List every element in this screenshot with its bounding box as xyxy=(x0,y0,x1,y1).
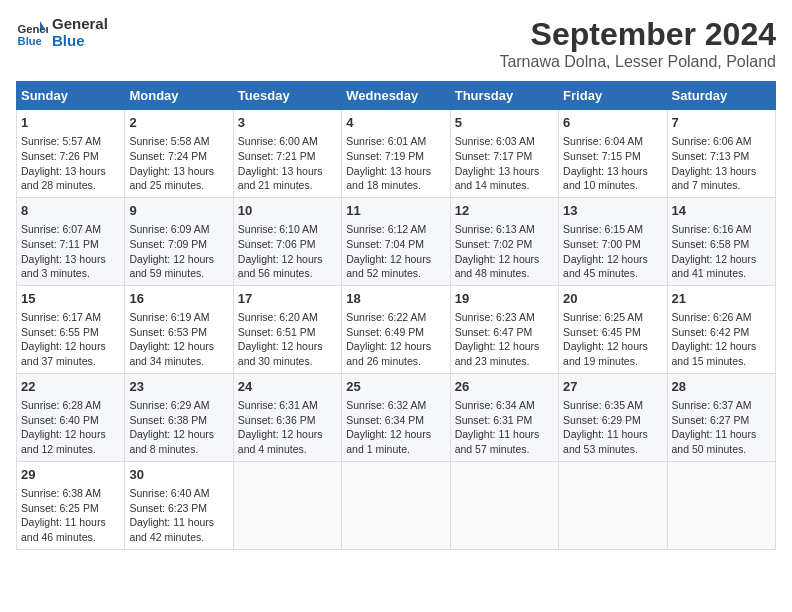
calendar-cell: 2Sunrise: 5:58 AMSunset: 7:24 PMDaylight… xyxy=(125,110,233,198)
day-number: 18 xyxy=(346,290,445,308)
calendar-week-row: 29Sunrise: 6:38 AMSunset: 6:25 PMDayligh… xyxy=(17,461,776,549)
calendar-cell: 25Sunrise: 6:32 AMSunset: 6:34 PMDayligh… xyxy=(342,373,450,461)
day-number: 28 xyxy=(672,378,771,396)
calendar-cell: 15Sunrise: 6:17 AMSunset: 6:55 PMDayligh… xyxy=(17,285,125,373)
calendar-cell: 16Sunrise: 6:19 AMSunset: 6:53 PMDayligh… xyxy=(125,285,233,373)
calendar-cell: 22Sunrise: 6:28 AMSunset: 6:40 PMDayligh… xyxy=(17,373,125,461)
calendar-cell: 24Sunrise: 6:31 AMSunset: 6:36 PMDayligh… xyxy=(233,373,341,461)
weekday-header-tuesday: Tuesday xyxy=(233,82,341,110)
day-number: 5 xyxy=(455,114,554,132)
calendar-cell: 29Sunrise: 6:38 AMSunset: 6:25 PMDayligh… xyxy=(17,461,125,549)
calendar-cell xyxy=(559,461,667,549)
day-number: 30 xyxy=(129,466,228,484)
calendar-cell: 14Sunrise: 6:16 AMSunset: 6:58 PMDayligh… xyxy=(667,197,775,285)
day-number: 24 xyxy=(238,378,337,396)
day-info: Sunrise: 6:28 AMSunset: 6:40 PMDaylight:… xyxy=(21,398,120,457)
day-info: Sunrise: 6:37 AMSunset: 6:27 PMDaylight:… xyxy=(672,398,771,457)
calendar-cell: 27Sunrise: 6:35 AMSunset: 6:29 PMDayligh… xyxy=(559,373,667,461)
weekday-header-monday: Monday xyxy=(125,82,233,110)
day-number: 15 xyxy=(21,290,120,308)
day-number: 25 xyxy=(346,378,445,396)
calendar-cell: 4Sunrise: 6:01 AMSunset: 7:19 PMDaylight… xyxy=(342,110,450,198)
day-number: 1 xyxy=(21,114,120,132)
day-info: Sunrise: 5:57 AMSunset: 7:26 PMDaylight:… xyxy=(21,134,120,193)
calendar-week-row: 1Sunrise: 5:57 AMSunset: 7:26 PMDaylight… xyxy=(17,110,776,198)
calendar-cell xyxy=(667,461,775,549)
calendar-cell: 10Sunrise: 6:10 AMSunset: 7:06 PMDayligh… xyxy=(233,197,341,285)
day-number: 21 xyxy=(672,290,771,308)
calendar-cell: 21Sunrise: 6:26 AMSunset: 6:42 PMDayligh… xyxy=(667,285,775,373)
day-info: Sunrise: 6:06 AMSunset: 7:13 PMDaylight:… xyxy=(672,134,771,193)
day-info: Sunrise: 6:19 AMSunset: 6:53 PMDaylight:… xyxy=(129,310,228,369)
header: General Blue General Blue September 2024… xyxy=(16,16,776,71)
day-number: 8 xyxy=(21,202,120,220)
day-number: 20 xyxy=(563,290,662,308)
day-number: 4 xyxy=(346,114,445,132)
day-number: 14 xyxy=(672,202,771,220)
calendar-cell: 12Sunrise: 6:13 AMSunset: 7:02 PMDayligh… xyxy=(450,197,558,285)
weekday-header-thursday: Thursday xyxy=(450,82,558,110)
weekday-header-sunday: Sunday xyxy=(17,82,125,110)
day-number: 22 xyxy=(21,378,120,396)
calendar-cell: 13Sunrise: 6:15 AMSunset: 7:00 PMDayligh… xyxy=(559,197,667,285)
day-number: 12 xyxy=(455,202,554,220)
day-number: 13 xyxy=(563,202,662,220)
day-number: 11 xyxy=(346,202,445,220)
day-info: Sunrise: 6:10 AMSunset: 7:06 PMDaylight:… xyxy=(238,222,337,281)
calendar-subtitle: Tarnawa Dolna, Lesser Poland, Poland xyxy=(499,53,776,71)
day-number: 23 xyxy=(129,378,228,396)
day-info: Sunrise: 6:07 AMSunset: 7:11 PMDaylight:… xyxy=(21,222,120,281)
calendar-cell xyxy=(450,461,558,549)
calendar-cell: 5Sunrise: 6:03 AMSunset: 7:17 PMDaylight… xyxy=(450,110,558,198)
calendar-cell: 26Sunrise: 6:34 AMSunset: 6:31 PMDayligh… xyxy=(450,373,558,461)
day-info: Sunrise: 6:32 AMSunset: 6:34 PMDaylight:… xyxy=(346,398,445,457)
day-info: Sunrise: 6:16 AMSunset: 6:58 PMDaylight:… xyxy=(672,222,771,281)
calendar-cell: 11Sunrise: 6:12 AMSunset: 7:04 PMDayligh… xyxy=(342,197,450,285)
day-number: 6 xyxy=(563,114,662,132)
day-info: Sunrise: 5:58 AMSunset: 7:24 PMDaylight:… xyxy=(129,134,228,193)
title-area: September 2024 Tarnawa Dolna, Lesser Pol… xyxy=(499,16,776,71)
day-number: 7 xyxy=(672,114,771,132)
day-number: 26 xyxy=(455,378,554,396)
calendar-cell: 7Sunrise: 6:06 AMSunset: 7:13 PMDaylight… xyxy=(667,110,775,198)
calendar-cell: 28Sunrise: 6:37 AMSunset: 6:27 PMDayligh… xyxy=(667,373,775,461)
day-number: 10 xyxy=(238,202,337,220)
day-number: 3 xyxy=(238,114,337,132)
calendar-cell: 6Sunrise: 6:04 AMSunset: 7:15 PMDaylight… xyxy=(559,110,667,198)
weekday-header-friday: Friday xyxy=(559,82,667,110)
calendar-cell xyxy=(342,461,450,549)
logo-icon: General Blue xyxy=(16,17,48,49)
day-info: Sunrise: 6:29 AMSunset: 6:38 PMDaylight:… xyxy=(129,398,228,457)
day-info: Sunrise: 6:34 AMSunset: 6:31 PMDaylight:… xyxy=(455,398,554,457)
day-info: Sunrise: 6:20 AMSunset: 6:51 PMDaylight:… xyxy=(238,310,337,369)
day-info: Sunrise: 6:12 AMSunset: 7:04 PMDaylight:… xyxy=(346,222,445,281)
calendar-title: September 2024 xyxy=(499,16,776,53)
day-number: 9 xyxy=(129,202,228,220)
day-info: Sunrise: 6:09 AMSunset: 7:09 PMDaylight:… xyxy=(129,222,228,281)
day-number: 19 xyxy=(455,290,554,308)
logo-line2: Blue xyxy=(52,33,108,50)
day-info: Sunrise: 6:31 AMSunset: 6:36 PMDaylight:… xyxy=(238,398,337,457)
day-number: 29 xyxy=(21,466,120,484)
calendar-cell xyxy=(233,461,341,549)
calendar-week-row: 22Sunrise: 6:28 AMSunset: 6:40 PMDayligh… xyxy=(17,373,776,461)
day-info: Sunrise: 6:04 AMSunset: 7:15 PMDaylight:… xyxy=(563,134,662,193)
day-info: Sunrise: 6:13 AMSunset: 7:02 PMDaylight:… xyxy=(455,222,554,281)
day-info: Sunrise: 6:25 AMSunset: 6:45 PMDaylight:… xyxy=(563,310,662,369)
day-info: Sunrise: 6:23 AMSunset: 6:47 PMDaylight:… xyxy=(455,310,554,369)
weekday-header-wednesday: Wednesday xyxy=(342,82,450,110)
calendar-week-row: 15Sunrise: 6:17 AMSunset: 6:55 PMDayligh… xyxy=(17,285,776,373)
day-number: 2 xyxy=(129,114,228,132)
calendar-cell: 3Sunrise: 6:00 AMSunset: 7:21 PMDaylight… xyxy=(233,110,341,198)
weekday-header-row: SundayMondayTuesdayWednesdayThursdayFrid… xyxy=(17,82,776,110)
calendar-cell: 30Sunrise: 6:40 AMSunset: 6:23 PMDayligh… xyxy=(125,461,233,549)
day-number: 27 xyxy=(563,378,662,396)
day-info: Sunrise: 6:01 AMSunset: 7:19 PMDaylight:… xyxy=(346,134,445,193)
calendar-cell: 8Sunrise: 6:07 AMSunset: 7:11 PMDaylight… xyxy=(17,197,125,285)
calendar-cell: 18Sunrise: 6:22 AMSunset: 6:49 PMDayligh… xyxy=(342,285,450,373)
day-info: Sunrise: 6:26 AMSunset: 6:42 PMDaylight:… xyxy=(672,310,771,369)
calendar-cell: 23Sunrise: 6:29 AMSunset: 6:38 PMDayligh… xyxy=(125,373,233,461)
calendar-cell: 19Sunrise: 6:23 AMSunset: 6:47 PMDayligh… xyxy=(450,285,558,373)
svg-text:Blue: Blue xyxy=(18,35,42,47)
day-number: 17 xyxy=(238,290,337,308)
